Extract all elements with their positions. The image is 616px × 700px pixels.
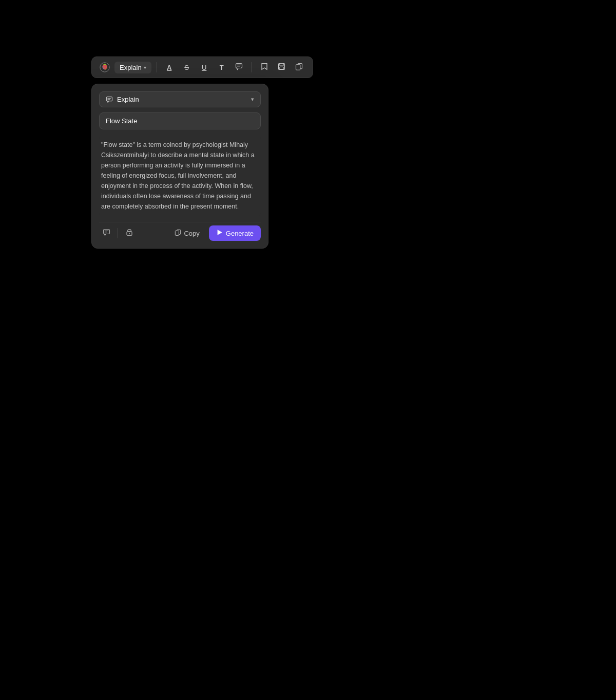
panel-note-icon bbox=[126, 229, 133, 238]
bookmark-icon-btn[interactable] bbox=[257, 60, 272, 74]
panel-comment-icon-btn[interactable] bbox=[99, 226, 113, 240]
underline-icon: U bbox=[202, 64, 206, 71]
highlight-icon: A bbox=[167, 64, 171, 71]
svg-rect-8 bbox=[296, 65, 300, 70]
text-icon-btn[interactable]: T bbox=[215, 60, 229, 74]
svg-rect-5 bbox=[280, 64, 284, 66]
underline-icon-btn[interactable]: U bbox=[197, 60, 211, 74]
svg-rect-4 bbox=[279, 64, 285, 70]
panel-result-text: "Flow state" is a term coined by psychol… bbox=[99, 135, 261, 217]
strikethrough-icon: S bbox=[184, 64, 189, 71]
highlight-icon-btn[interactable]: A bbox=[162, 60, 177, 74]
explain-button-label: Explain bbox=[120, 64, 142, 71]
panel-footer-right: Copy Generate bbox=[169, 225, 261, 241]
svg-rect-6 bbox=[280, 67, 284, 69]
svg-rect-1 bbox=[236, 64, 242, 68]
generate-button[interactable]: Generate bbox=[209, 225, 261, 241]
panel-dropdown-label: Explain bbox=[117, 96, 139, 103]
copy-icon bbox=[175, 229, 181, 237]
panel-footer-left bbox=[99, 226, 137, 240]
panel-input[interactable] bbox=[99, 112, 261, 129]
toolbar: Explain ▾ A S U T bbox=[91, 56, 313, 78]
toolbar-divider-2 bbox=[252, 62, 252, 72]
panel-footer: Copy Generate bbox=[99, 222, 261, 241]
panel-dropdown-left: Explain bbox=[106, 96, 139, 103]
svg-point-16 bbox=[129, 233, 130, 234]
panel-dropdown-icon bbox=[106, 96, 113, 103]
comment-icon-btn[interactable] bbox=[232, 60, 246, 74]
strikethrough-icon-btn[interactable]: S bbox=[180, 60, 194, 74]
svg-rect-9 bbox=[106, 97, 112, 101]
svg-rect-12 bbox=[103, 230, 109, 234]
save-icon bbox=[278, 63, 285, 72]
explain-panel: Explain ▾ "Flow state" is a term coined … bbox=[91, 84, 268, 249]
explain-dropdown-arrow: ▾ bbox=[144, 65, 146, 70]
explain-button[interactable]: Explain ▾ bbox=[114, 62, 151, 73]
toolbar-copy-icon-btn[interactable] bbox=[292, 60, 306, 74]
toolbar-copy-icon bbox=[295, 63, 303, 72]
generate-icon bbox=[216, 229, 223, 237]
generate-button-label: Generate bbox=[226, 230, 254, 237]
panel-dropdown[interactable]: Explain ▾ bbox=[99, 91, 261, 107]
panel-dropdown-arrow: ▾ bbox=[251, 96, 254, 103]
svg-rect-18 bbox=[176, 231, 179, 235]
copy-button-label: Copy bbox=[184, 230, 199, 237]
toolbar-divider-1 bbox=[157, 62, 157, 72]
text-icon: T bbox=[220, 64, 224, 71]
copy-button[interactable]: Copy bbox=[169, 226, 204, 240]
svg-marker-19 bbox=[217, 230, 222, 235]
app-logo bbox=[98, 61, 111, 74]
panel-comment-icon bbox=[103, 229, 110, 238]
save-icon-btn[interactable] bbox=[275, 60, 289, 74]
footer-divider bbox=[118, 228, 118, 238]
bookmark-icon bbox=[261, 63, 268, 72]
comment-icon bbox=[235, 63, 243, 72]
panel-note-icon-btn[interactable] bbox=[122, 226, 137, 240]
